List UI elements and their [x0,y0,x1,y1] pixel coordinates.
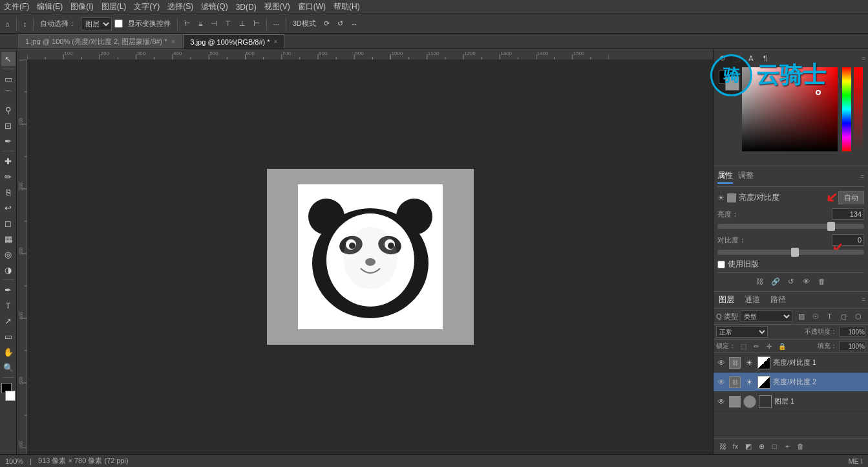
layer-vis-0[interactable]: 👁 [716,358,726,368]
color-panel-collapse[interactable]: = [862,55,865,62]
align-middle-button[interactable]: ⊥ [237,18,248,29]
flip-button[interactable]: ↔ [348,19,361,29]
quick-select-tool[interactable]: ⚲ [1,103,16,117]
move-tool[interactable]: ↖ [1,52,16,66]
show-transform-checkbox[interactable] [114,19,123,28]
pen-tool[interactable]: ✒ [1,283,16,297]
contrast-input[interactable] [832,234,864,246]
brush-tool[interactable]: ✏ [1,169,16,184]
more-options-button[interactable]: ··· [271,19,282,29]
history-brush-tool[interactable]: ↩ [1,201,16,215]
menu-view[interactable]: 视图(V) [264,1,290,12]
eraser-tool[interactable]: ◻ [1,216,16,230]
lock-transparent-btn[interactable]: ⬚ [738,341,748,351]
menu-file[interactable]: 文件(F) [4,1,29,12]
layer-vis-1[interactable]: 👁 [716,377,726,387]
menu-edit[interactable]: 编辑(E) [37,1,63,12]
prop-icon-delete[interactable]: 🗑 [816,276,829,287]
kind-icon-smart[interactable]: ⬡ [852,310,865,322]
opacity-input[interactable] [840,327,865,337]
text-tool[interactable]: T [1,298,16,312]
layer-mask-btn[interactable]: ◩ [742,440,755,452]
align-right-button[interactable]: ⊣ [208,18,220,29]
prop-icon-chain[interactable]: 🔗 [769,276,782,287]
tab-layers[interactable]: 图层 [716,293,737,307]
align-bottom-button[interactable]: ⊢ [251,18,262,29]
shape-tool[interactable]: ▭ [1,329,16,343]
tab-1jpg-close[interactable]: × [171,38,175,45]
layer-style-btn[interactable]: fx [729,440,742,452]
auto-select-dropdown[interactable]: 图层 [81,17,112,30]
dodge-tool[interactable]: ◑ [1,263,16,277]
hand-tool[interactable]: ✋ [1,345,16,359]
lock-pixels-btn[interactable]: ✏ [751,341,761,351]
prop-icon-eye[interactable]: 👁 [800,276,813,287]
path-selection-tool[interactable]: ↗ [1,314,16,328]
lock-all-btn[interactable]: 🔒 [777,341,787,351]
menu-window[interactable]: 窗口(W) [298,1,326,12]
prop-icon-rotate[interactable]: ↺ [785,276,798,287]
crop-tool[interactable]: ⊡ [1,118,16,133]
zoom-tool[interactable]: 🔍 [1,360,16,375]
kind-icon-text[interactable]: T [823,310,836,322]
home-button[interactable]: ⌂ [3,19,12,29]
lock-position-btn[interactable]: ✛ [764,341,774,351]
layer-new-btn[interactable]: + [781,440,794,452]
canvas-scroll[interactable] [27,60,713,454]
layer-delete-btn[interactable]: 🗑 [794,440,807,452]
kind-icon-shape[interactable]: ◻ [838,310,851,322]
tab-adjustments[interactable]: 调整 [738,170,754,184]
heal-tool[interactable]: ✚ [1,154,16,168]
layer-item-1[interactable]: 👁 ⛓ ☀ 亮度/对比度 2 [714,373,868,392]
color-swatches[interactable] [0,383,17,401]
menu-image[interactable]: 图像(I) [70,1,93,12]
rotate-button[interactable]: ↺ [335,18,346,29]
alpha-slider[interactable] [854,67,863,151]
transform-button[interactable]: ⟳ [321,18,332,29]
menu-text[interactable]: 文字(Y) [134,1,160,12]
kind-icon-adj[interactable]: ☉ [809,310,822,322]
layer-adjustment-btn[interactable]: ⊕ [755,440,768,452]
move-tool-options[interactable]: ↕ [21,19,30,29]
layer-group-btn[interactable]: □ [768,440,781,452]
contrast-slider-thumb[interactable] [791,248,799,257]
tab-properties[interactable]: 属性 [717,170,733,184]
eyedropper-tool[interactable]: ✒ [1,134,16,148]
auto-button[interactable]: 自动 [838,191,864,204]
blending-mode-dropdown[interactable]: 正常 [716,326,768,338]
lasso-tool[interactable]: ⌒ [1,87,16,102]
menu-3d[interactable]: 3D(D) [236,3,257,12]
layer-vis-2[interactable]: 👁 [716,396,726,407]
align-top-button[interactable]: ⊤ [222,18,234,29]
gradient-tool[interactable]: ▦ [1,232,16,246]
kind-dropdown[interactable]: 类型 [741,310,792,322]
menu-layer[interactable]: 图层(L) [101,1,127,12]
tab-channels[interactable]: 通道 [742,293,763,307]
align-center-button[interactable]: ≡ [196,19,205,29]
properties-panel-collapse[interactable]: = [860,170,864,184]
prop-icon-link[interactable]: ⛓ [754,276,767,287]
tab-3jpg[interactable]: 3.jpg @ 100%(RGB/8#) * × [183,34,284,49]
menu-select[interactable]: 选择(S) [167,1,193,12]
layer-item-0[interactable]: 👁 ⛓ ☀ 亮度/对比度 1 [714,353,868,373]
hue-slider[interactable] [842,67,851,151]
layers-panel-collapse[interactable]: = [862,296,865,303]
3d-options-button[interactable]: 3D模式 [290,17,319,30]
align-left-button[interactable]: ⊢ [182,18,193,29]
tab-1jpg[interactable]: 1.jpg @ 100% (亮度/对比度 2, 图层蒙版/8#) * × [18,34,182,49]
tab-paths[interactable]: 路径 [768,293,789,307]
menu-help[interactable]: 帮助(H) [333,1,360,12]
layer-item-2[interactable]: 👁 图层 1 [714,392,868,411]
tab-3jpg-close[interactable]: × [274,38,278,45]
brightness-input[interactable] [832,208,864,220]
brightness-slider-thumb[interactable] [827,222,835,231]
blur-tool[interactable]: ◎ [1,247,16,261]
menu-filter[interactable]: 滤镜(Q) [201,1,228,12]
marquee-tool[interactable]: ▭ [1,72,16,86]
fill-input[interactable] [840,341,865,351]
layer-link-btn[interactable]: ⛓ [716,440,729,452]
clone-tool[interactable]: ⎘ [1,185,16,199]
kind-icon-pixel[interactable]: ▨ [795,310,808,322]
use-legacy-checkbox[interactable] [717,261,725,268]
background-color[interactable] [5,391,16,401]
